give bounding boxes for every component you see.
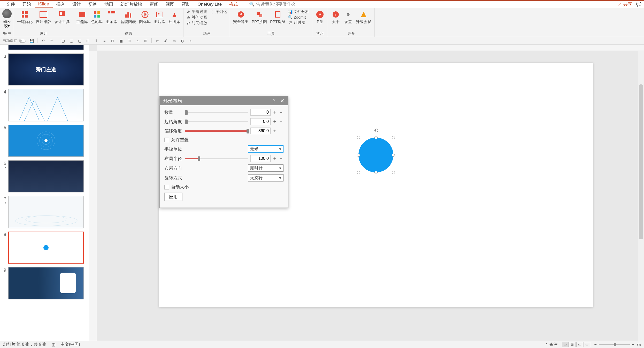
anim-serialize[interactable]: ⋮序列化 — [209, 9, 228, 14]
btn-diagram-lib[interactable]: 图示库 — [105, 9, 118, 25]
qat-btn-2[interactable]: ▢ — [69, 38, 74, 43]
qat-btn-11[interactable]: ⊞ — [143, 38, 148, 43]
btn-illustration-lib[interactable]: 插图库 — [167, 9, 181, 25]
layout-radius-minus[interactable]: − — [278, 156, 283, 162]
resize-handle-se[interactable] — [392, 171, 395, 174]
count-plus[interactable]: + — [272, 109, 277, 115]
menu-review[interactable]: 审阅 — [146, 1, 162, 8]
zoom-in[interactable]: + — [632, 342, 634, 347]
qat-btn-16[interactable]: ○ — [188, 38, 193, 43]
slide-thumb-4[interactable] — [8, 89, 84, 121]
zoom-slider-track[interactable] — [599, 344, 630, 345]
btn-ppt-collage[interactable]: PPT拼图 — [251, 9, 268, 25]
start-angle-plus[interactable]: + — [272, 119, 277, 125]
resize-handle-e[interactable] — [392, 154, 395, 157]
slide-thumb-5[interactable] — [8, 125, 84, 157]
qat-btn-5[interactable]: ⫴ — [94, 38, 99, 43]
qat-btn-10[interactable]: ⟐ — [135, 38, 140, 43]
menu-view[interactable]: 视图 — [162, 1, 178, 8]
qat-btn-15[interactable]: ◐ — [180, 38, 185, 43]
qat-btn-3[interactable]: ▢ — [77, 38, 82, 43]
offset-angle-input[interactable] — [250, 128, 271, 134]
resize-handle-ne[interactable] — [392, 136, 395, 139]
slide-thumb-9[interactable] — [8, 267, 84, 299]
qat-btn-6[interactable]: ≡ — [102, 38, 107, 43]
share-button[interactable]: ↗ 共享 — [618, 1, 632, 7]
count-slider[interactable] — [185, 112, 248, 113]
qat-btn-1[interactable]: ▢ — [60, 38, 66, 43]
resize-handle-s[interactable] — [374, 171, 378, 174]
btn-about[interactable]: i关于 — [330, 9, 341, 25]
canvas-area[interactable]: ⟲ 环形布局 ? ✕ — [89, 45, 644, 341]
view-slideshow[interactable]: ▭ — [584, 342, 590, 347]
btn-upgrade[interactable]: 升级会员 — [355, 9, 372, 25]
accessibility-icon[interactable]: ◫ — [52, 342, 56, 347]
offset-angle-minus[interactable]: − — [278, 128, 283, 134]
vertical-scrollbar[interactable] — [638, 51, 644, 341]
tool-timer[interactable]: ⏱计时器 — [287, 20, 310, 25]
qat-btn-8[interactable]: ▣ — [118, 38, 124, 43]
qat-btn-7[interactable]: ⊡ — [110, 38, 115, 43]
menu-insert[interactable]: 插入 — [53, 1, 69, 8]
tell-me-search[interactable]: 🔍 告诉我你想要做什么 — [249, 1, 296, 7]
zoom-slider-thumb[interactable] — [614, 343, 616, 346]
anim-smooth[interactable]: ⟳平滑过渡 — [186, 9, 208, 14]
layout-radius-input[interactable] — [250, 155, 271, 162]
dialog-title-bar[interactable]: 环形布局 ? ✕ — [160, 97, 288, 105]
qat-btn-13[interactable]: 🖌 — [163, 38, 168, 43]
apply-button[interactable]: 应用 — [164, 193, 182, 201]
menu-design[interactable]: 设计 — [69, 1, 85, 8]
btn-layout[interactable]: 设计排版 — [35, 9, 52, 25]
menu-islide[interactable]: iSlide — [35, 1, 53, 8]
anim-tween[interactable]: ⊙补间动画 — [186, 15, 208, 20]
comments-icon[interactable]: 💬 — [636, 2, 641, 7]
qat-btn-4[interactable]: ⊞ — [85, 38, 90, 43]
btn-theme-lib[interactable]: 主题库 — [75, 9, 89, 25]
rotation-dropdown[interactable]: 无旋转 — [248, 174, 283, 181]
menu-help[interactable]: 帮助 — [178, 1, 194, 8]
zoom-value[interactable]: 75 — [636, 342, 641, 347]
allow-overlap-checkbox[interactable] — [164, 138, 169, 142]
start-angle-input[interactable] — [250, 118, 271, 125]
scrollbar-thumb[interactable] — [639, 84, 643, 239]
btn-smart-chart[interactable]: 智能图表 — [119, 9, 137, 25]
qat-btn-14[interactable]: ▭ — [171, 38, 177, 43]
zoom-out[interactable]: − — [594, 342, 597, 347]
resize-handle-n[interactable] — [374, 136, 378, 139]
dialog-help-icon[interactable]: ? — [273, 98, 275, 104]
rotate-handle[interactable]: ⟲ — [374, 127, 378, 134]
btn-ppt-slim[interactable]: PPT瘦身 — [269, 9, 286, 25]
menu-transitions[interactable]: 切换 — [85, 1, 101, 8]
count-input[interactable] — [250, 109, 271, 116]
view-sorter[interactable]: ⊞ — [569, 342, 576, 347]
start-angle-slider[interactable] — [185, 121, 248, 122]
layout-radius-slider[interactable] — [185, 158, 248, 159]
count-minus[interactable]: − — [278, 109, 283, 115]
slide-panel[interactable]: 3 旁门左道 4 5 6* 7* 8 9 — [0, 45, 89, 341]
dialog-close-icon[interactable]: ✕ — [280, 98, 285, 104]
redo-icon[interactable]: ↷ — [49, 38, 54, 43]
selected-shape[interactable]: ⟲ — [358, 138, 393, 172]
btn-icon-lib[interactable]: 图标库 — [138, 9, 152, 25]
btn-pcircle[interactable]: PP圈 — [314, 9, 326, 25]
tool-analyze[interactable]: 📊文件分析 — [287, 9, 310, 14]
view-normal[interactable]: ▭ — [562, 342, 569, 347]
menu-file[interactable]: 文件 — [3, 1, 19, 8]
shape-circle[interactable] — [358, 138, 393, 172]
direction-dropdown[interactable]: 顺时针 — [248, 164, 283, 172]
notes-button[interactable]: ≐ 备注 — [545, 342, 557, 347]
btn-tools[interactable]: 设计工具 — [53, 9, 71, 25]
menu-onekey[interactable]: OneKey Lite — [194, 1, 226, 8]
view-reading[interactable]: ▭ — [576, 342, 583, 347]
menu-animations[interactable]: 动画 — [101, 1, 117, 8]
tool-zoomit[interactable]: 🔍ZoomIt — [287, 15, 310, 20]
btn-settings[interactable]: ⚙设置 — [342, 9, 354, 25]
save-icon[interactable]: 💾 — [29, 38, 34, 43]
layout-radius-plus[interactable]: + — [272, 156, 277, 162]
autosave-toggle[interactable] — [19, 39, 26, 43]
btn-image-lib[interactable]: 图片库 — [153, 9, 166, 25]
resize-handle-w[interactable] — [357, 154, 360, 157]
undo-icon[interactable]: ↶ — [41, 38, 46, 43]
btn-safe-export[interactable]: P安全导出 — [232, 9, 250, 25]
slide-thumb-8[interactable] — [8, 232, 84, 264]
